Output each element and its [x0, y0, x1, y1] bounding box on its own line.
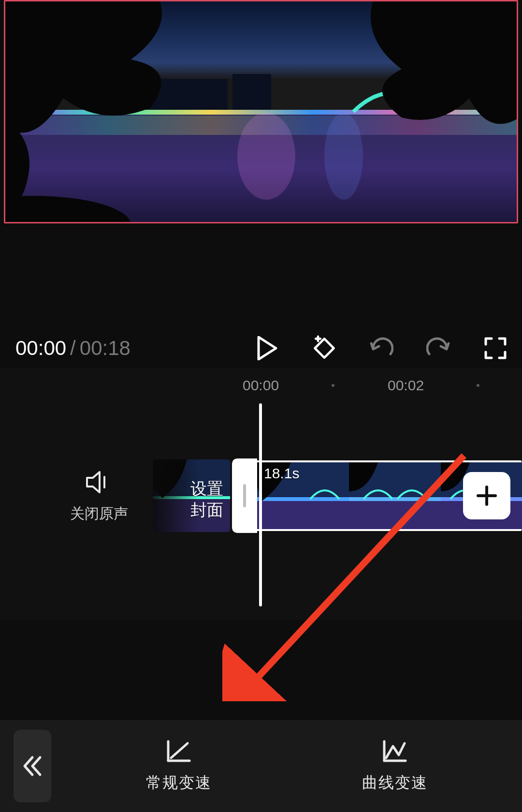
fullscreen-icon	[484, 337, 507, 360]
svg-rect-19	[349, 500, 441, 531]
undo-icon	[369, 337, 393, 360]
cover-label-line2: 封面	[190, 501, 223, 519]
clip-thumb-2	[349, 462, 441, 531]
curve-speed-button[interactable]: 曲线变速	[362, 738, 428, 794]
fullscreen-button[interactable]	[482, 335, 508, 361]
svg-point-7	[324, 113, 363, 200]
plus-icon	[475, 484, 498, 507]
collapse-toolbar-button[interactable]	[14, 730, 51, 802]
chevron-double-left-icon	[23, 755, 42, 777]
current-time: 00:00	[15, 337, 66, 360]
normal-speed-icon	[165, 738, 192, 764]
playhead[interactable]	[259, 403, 262, 606]
time-ruler[interactable]: 00:00 00:02	[0, 377, 522, 397]
cover-label: 设置 封面	[190, 478, 223, 520]
clip-duration-label: 18.1s	[264, 465, 299, 482]
normal-speed-label: 常规变速	[146, 772, 212, 794]
bottom-toolbar: 常规变速 曲线变速	[0, 720, 522, 812]
svg-rect-17	[257, 497, 349, 501]
svg-rect-20	[349, 497, 441, 501]
redo-button[interactable]	[425, 335, 451, 361]
set-cover-button[interactable]: 设置 封面	[153, 459, 230, 532]
clip-trim-handle-left[interactable]	[232, 458, 257, 533]
ruler-tick	[332, 384, 334, 387]
keyframe-add-icon	[311, 334, 337, 362]
curve-speed-icon	[381, 738, 408, 764]
time-display: 00:00 / 00:18	[15, 337, 130, 360]
keyframe-button[interactable]	[311, 335, 337, 361]
undo-button[interactable]	[368, 335, 394, 361]
play-icon	[257, 336, 278, 360]
redo-icon	[426, 337, 450, 360]
curve-speed-label: 曲线变速	[362, 772, 428, 794]
total-time: 00:18	[80, 337, 130, 360]
time-separator: /	[70, 337, 76, 360]
video-preview[interactable]	[4, 0, 518, 223]
svg-rect-3	[232, 74, 271, 113]
ruler-label-2: 00:02	[388, 377, 424, 394]
speaker-icon	[86, 471, 112, 493]
timeline[interactable]: 00:00 00:02 关闭原声 设置 封面	[0, 369, 522, 620]
svg-line-29	[171, 743, 188, 758]
playback-bar: 00:00 / 00:18	[0, 329, 522, 368]
ruler-label-0: 00:00	[243, 377, 279, 394]
svg-rect-16	[257, 500, 349, 531]
mute-label: 关闭原声	[70, 504, 128, 524]
ruler-tick	[477, 384, 479, 387]
cover-label-line1: 设置	[190, 479, 223, 498]
normal-speed-button[interactable]: 常规变速	[146, 738, 212, 794]
svg-point-6	[237, 113, 295, 200]
mute-original-sound-button[interactable]: 关闭原声	[58, 471, 140, 524]
add-clip-button[interactable]	[463, 472, 510, 519]
play-button[interactable]	[254, 335, 280, 361]
preview-image	[5, 1, 518, 223]
